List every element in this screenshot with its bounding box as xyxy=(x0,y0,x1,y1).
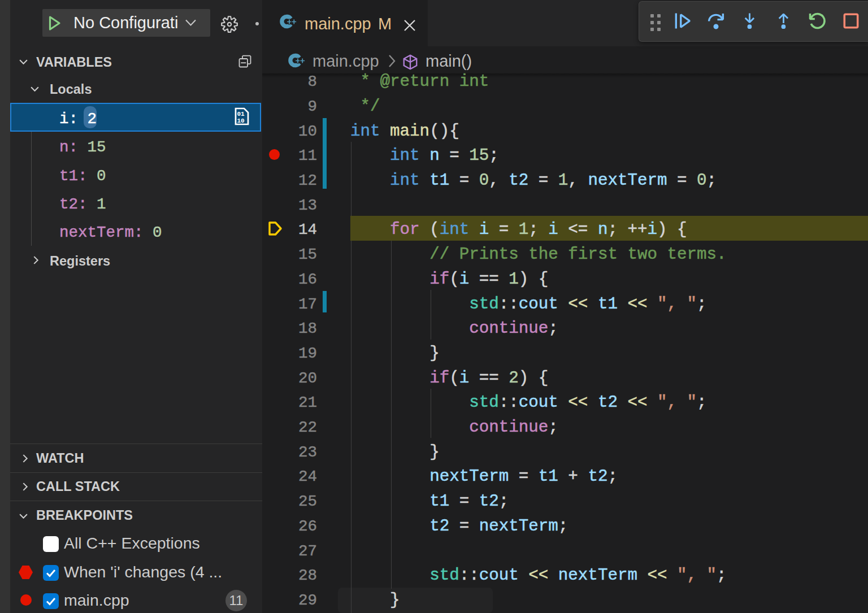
svg-text:10: 10 xyxy=(237,118,244,124)
svg-text:01: 01 xyxy=(237,111,245,118)
